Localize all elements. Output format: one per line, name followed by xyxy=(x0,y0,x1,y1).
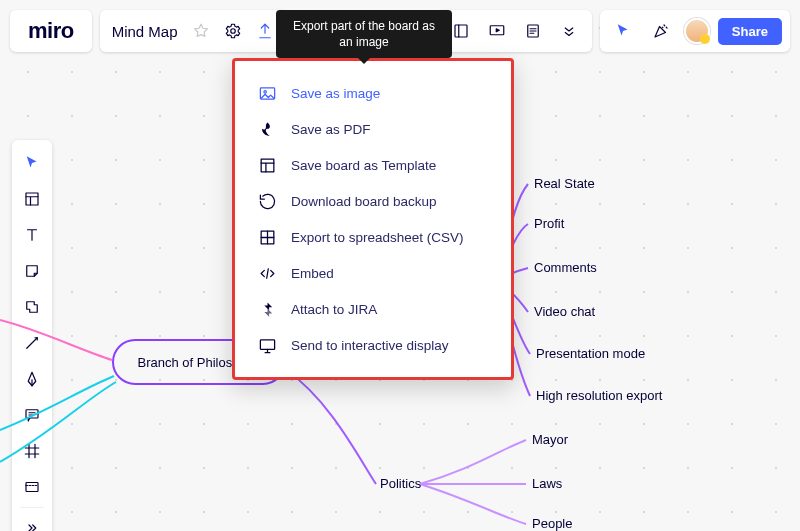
mindmap-leaf[interactable]: Video chat xyxy=(534,304,595,319)
mindmap-leaf[interactable]: Profit xyxy=(534,216,564,231)
embed-icon xyxy=(257,263,277,283)
mindmap-leaf[interactable]: Laws xyxy=(532,476,562,491)
mindmap-leaf[interactable]: Comments xyxy=(534,260,597,275)
menu-item-attach-jira[interactable]: Attach to JIRA xyxy=(235,291,511,327)
export-tooltip: Export part of the board as an image xyxy=(276,10,452,58)
menu-item-embed[interactable]: Embed xyxy=(235,255,511,291)
mindmap-leaf[interactable]: People xyxy=(532,516,572,531)
menu-item-save-template[interactable]: Save board as Template xyxy=(235,147,511,183)
menu-item-download-backup[interactable]: Download board backup xyxy=(235,183,511,219)
grid-icon xyxy=(257,227,277,247)
backup-icon xyxy=(257,191,277,211)
mindmap-leaf[interactable]: Mayor xyxy=(532,432,568,447)
svg-rect-8 xyxy=(260,339,274,349)
export-menu: Save as image Save as PDF Save board as … xyxy=(232,58,514,380)
mindmap-leaf[interactable]: Real State xyxy=(534,176,595,191)
menu-item-export-csv[interactable]: Export to spreadsheet (CSV) xyxy=(235,219,511,255)
svg-point-5 xyxy=(263,90,265,92)
image-icon xyxy=(257,83,277,103)
menu-item-save-pdf[interactable]: Save as PDF xyxy=(235,111,511,147)
menu-item-save-image[interactable]: Save as image xyxy=(235,75,511,111)
mindmap-leaf[interactable]: High resolution export xyxy=(536,388,662,403)
pdf-icon xyxy=(257,119,277,139)
menu-item-interactive-display[interactable]: Send to interactive display xyxy=(235,327,511,363)
template-icon xyxy=(257,155,277,175)
mindmap-leaf[interactable]: Presentation mode xyxy=(536,346,645,361)
display-icon xyxy=(257,335,277,355)
jira-icon xyxy=(257,299,277,319)
svg-rect-6 xyxy=(261,159,274,172)
mindmap-node-politics[interactable]: Politics xyxy=(380,476,421,491)
